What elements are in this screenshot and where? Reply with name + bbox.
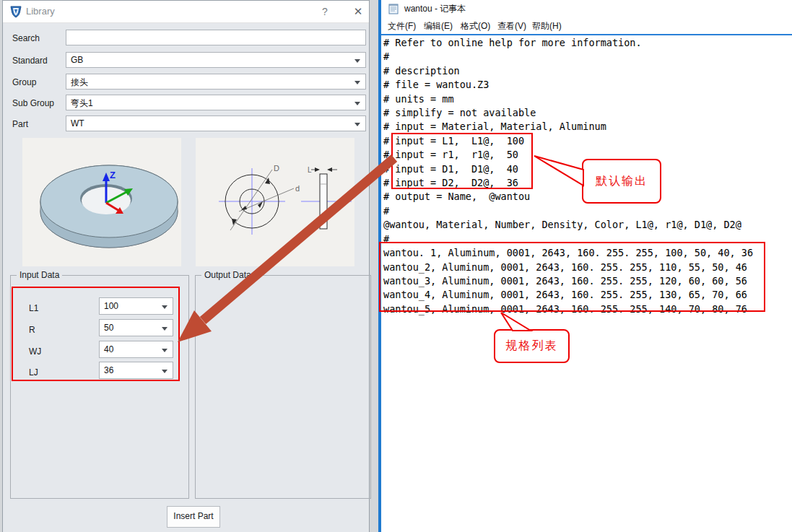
standard-value: GB [71, 55, 83, 65]
input-data-highlight-box [12, 287, 180, 381]
sub-group-combobox[interactable]: 弯头1 [66, 95, 366, 110]
group-label: Group [12, 77, 36, 87]
callout-spec-list: 规格列表 [494, 329, 570, 363]
chevron-down-icon[interactable] [354, 81, 360, 84]
part-combobox[interactable]: WT [66, 115, 366, 131]
callout-default-output: 默认输出 [582, 159, 661, 204]
notepad-icon [388, 3, 399, 14]
sub-group-value: 弯头1 [71, 97, 93, 110]
part-label: Part [12, 119, 28, 129]
spec-list-highlight-box [379, 242, 765, 312]
library-app-icon [9, 5, 22, 18]
part-value: WT [71, 118, 84, 128]
dim-inner-label: d [295, 184, 300, 193]
standard-label: Standard [12, 56, 48, 66]
screenshot-stage: Library ? ✕ Search Standard GB Group 接头 … [0, 0, 792, 532]
input-lines-highlight-box [391, 133, 533, 189]
input-data-title: Input Data [17, 270, 62, 280]
sub-group-label: Sub Group [12, 98, 54, 108]
search-input[interactable] [66, 30, 366, 45]
menu-file[interactable]: 文件(F) [388, 20, 416, 32]
chevron-down-icon[interactable] [354, 123, 360, 126]
chevron-down-icon[interactable] [354, 59, 360, 63]
group-value: 接头 [71, 77, 88, 89]
axis-z-glyph: Z [110, 170, 116, 180]
notepad-menubar: 文件(F) 编辑(E) 格式(O) 查看(V) 帮助(H) [381, 17, 792, 35]
dim-thickness-label: L [308, 166, 312, 174]
output-data-groupbox: Output Data [195, 275, 371, 499]
insert-part-button[interactable]: Insert Part [167, 506, 220, 528]
menu-help[interactable]: 帮助(H) [532, 20, 562, 32]
accent-divider [381, 34, 792, 35]
dim-outer-label: D [274, 164, 279, 173]
group-combobox[interactable]: 接头 [66, 74, 366, 90]
output-data-title: Output Data [201, 270, 254, 280]
washer-2d-drawing: D d L [196, 138, 354, 266]
notepad-titlebar[interactable]: wantou - 记事本 [381, 0, 792, 17]
notepad-window-title: wantou - 记事本 [404, 3, 466, 15]
library-titlebar[interactable]: Library ? ✕ [3, 1, 369, 23]
menu-edit[interactable]: 编辑(E) [424, 20, 453, 32]
menu-view[interactable]: 查看(V) [497, 20, 526, 32]
standard-combobox[interactable]: GB [66, 52, 366, 68]
library-window-title: Library [26, 6, 55, 17]
part-2d-drawing-preview: D d L [196, 138, 354, 266]
part-3d-preview: Z [22, 138, 181, 266]
help-button[interactable]: ? [316, 4, 334, 19]
washer-3d-image: Z [22, 138, 181, 266]
search-label: Search [12, 33, 40, 43]
chevron-down-icon[interactable] [354, 102, 360, 105]
menu-format[interactable]: 格式(O) [461, 20, 490, 32]
library-dialog-window: Library ? ✕ Search Standard GB Group 接头 … [2, 0, 370, 532]
close-icon[interactable]: ✕ [349, 4, 367, 19]
